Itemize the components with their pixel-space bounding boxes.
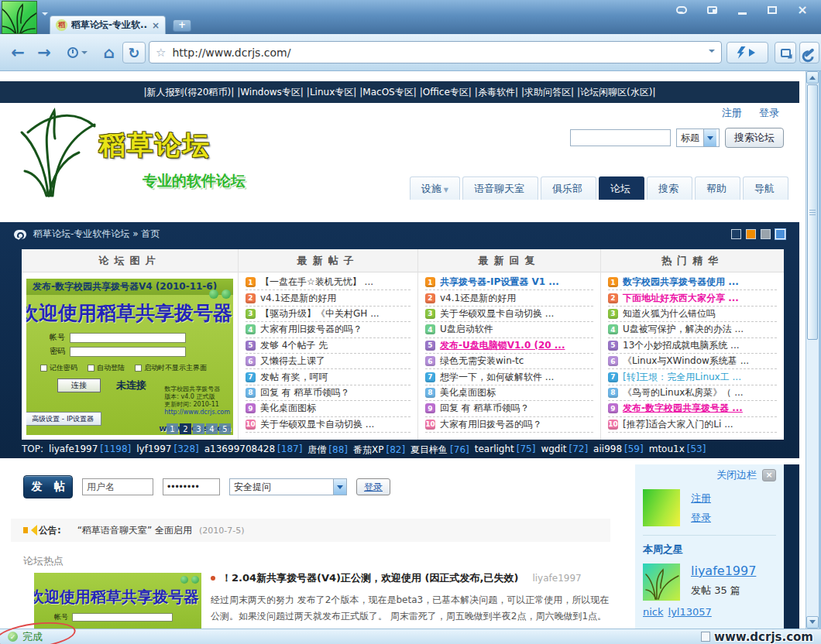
forum-nav-link[interactable]: |新人报到(得20稻币)| <box>143 86 234 99</box>
topic-link[interactable]: 回复 有 稻草币领吗？ <box>260 386 350 399</box>
site-tab[interactable]: 俱乐部 <box>541 176 596 200</box>
list-item[interactable]: 9 美化桌面图标 <box>246 401 410 416</box>
topic-link[interactable]: 《鸟哥的Linux私房菜》（ ... <box>623 386 744 399</box>
list-item[interactable]: 3 关于华硕双显卡自动切换 ... <box>425 307 593 322</box>
maximize-button[interactable] <box>763 2 781 17</box>
topic-link[interactable]: [转]王垠：完全用Linux工 ... <box>623 371 741 384</box>
topic-link[interactable]: v4.1还是新的好用 <box>440 292 516 305</box>
close-button[interactable] <box>793 2 812 17</box>
scroll-up-button[interactable] <box>806 71 819 84</box>
tools-wrench-button[interactable] <box>799 42 819 63</box>
list-item[interactable]: 7 [转]王垠：完全用Linux工 ... <box>608 369 777 385</box>
top-user-name[interactable]: 夏目梓鱼 <box>410 444 448 455</box>
home-button[interactable] <box>98 42 121 63</box>
address-bar[interactable]: http://www.dcrjs.com/ <box>149 41 722 63</box>
top-user-name[interactable]: 唐僧 <box>307 444 326 455</box>
search-forum-button[interactable]: 搜索论坛 <box>725 128 784 148</box>
top-user-score[interactable]: [1198] <box>100 444 131 454</box>
list-item[interactable]: 6 绿色无需安装win-tc <box>425 354 593 369</box>
list-item[interactable]: 6 又懒得去上课了 <box>246 354 410 369</box>
new-tab-button[interactable]: + <box>173 19 191 32</box>
site-tab[interactable]: 搜索 <box>647 176 692 200</box>
refresh-button[interactable] <box>122 42 146 63</box>
forum-image-slideshow[interactable]: 发布-数字校园共享拨号器V4 (2010-11-6) 欢迎使用稻草共享拨号器 帐… <box>26 279 233 435</box>
list-item[interactable]: 10 关于华硕双显卡自动切换 ... <box>246 417 410 433</box>
top-user-name[interactable]: a13699708428 <box>204 444 275 454</box>
topic-link[interactable]: 大家有用旧拨号器的吗？ <box>260 323 362 336</box>
topic-link[interactable]: 数字校园共享拨号器使用 ... <box>623 276 739 289</box>
list-item[interactable]: 5 发够 4个帖子 先 <box>246 338 410 354</box>
topic-link[interactable]: 知道火狐为什么错位吗 <box>623 307 716 320</box>
list-item[interactable]: 1 数字校园共享拨号器使用 ... <box>608 275 777 290</box>
top-user-score[interactable]: [59] <box>624 444 644 454</box>
sidebar-login-link[interactable]: 登录 <box>691 511 711 525</box>
list-item[interactable]: 3 知道火狐为什么错位吗 <box>608 307 777 322</box>
search-type-select[interactable]: 标题 <box>676 128 720 147</box>
list-item[interactable]: 2 v4.1还是新的好用 <box>246 290 410 306</box>
list-item[interactable]: 9 回复 有 稻草币领吗？ <box>425 401 593 416</box>
topic-link[interactable]: 关于华硕双显卡自动切换 ... <box>260 418 374 431</box>
topic-link[interactable]: 《Linux与XWindow系统基 ... <box>623 355 749 368</box>
style-swatch[interactable] <box>761 229 771 239</box>
topic-link[interactable]: 下面地址好东西大家分享 ... <box>623 292 739 305</box>
top-user-score[interactable]: [75] <box>517 444 536 454</box>
top-user-name[interactable]: liyafe1997 <box>49 444 98 454</box>
list-item[interactable]: 10 大家有用旧拨号器的吗？ <box>425 417 593 433</box>
top-user-name[interactable]: tearlight <box>475 444 514 454</box>
minimize-button[interactable] <box>733 2 751 17</box>
topic-link[interactable]: 发够 4个帖子 先 <box>260 339 328 352</box>
topic-link[interactable]: 又懒得去上课了 <box>260 355 325 368</box>
bookmark-star-icon[interactable] <box>156 45 166 60</box>
topic-link[interactable]: 回复 有 稻草币领吗？ <box>440 402 530 415</box>
slideshow-page-button[interactable]: 5 <box>219 423 231 434</box>
password-field[interactable] <box>163 478 220 495</box>
list-item[interactable]: 10 [推荐]适合大家入门的Li ... <box>608 417 777 433</box>
forum-nav-link[interactable]: |MacOS专区| <box>359 86 416 99</box>
select-caret-icon[interactable] <box>333 479 346 495</box>
top-user-score[interactable]: [82] <box>386 444 405 455</box>
hot-topic-title[interactable]: ！2.04新共享拨号器(V4)正公测，欢迎使用 (因正式发布,已失效) <box>222 571 518 585</box>
forum-nav-link[interactable]: |Windows专区| <box>237 86 304 99</box>
topic-link[interactable]: 共享拨号器-IP设置器 V1 ... <box>440 276 559 289</box>
snip-tool-button[interactable] <box>775 42 796 63</box>
top-user-score[interactable]: [72] <box>569 444 588 454</box>
list-item[interactable]: 1 【一盘在手☆装机无忧】 ... <box>246 275 410 290</box>
topic-link[interactable]: 关于华硕双显卡自动切换 ... <box>440 307 554 320</box>
topic-link[interactable]: 大家有用旧拨号器的吗？ <box>440 418 542 431</box>
hot-topic-thumbnail[interactable]: 欢迎使用稻草共享拨号器 帐号 <box>34 573 201 629</box>
topic-link[interactable]: 想学一下，如何破解软件 ... <box>440 371 554 384</box>
security-question-select[interactable]: 安全提问 <box>229 478 347 495</box>
site-tab[interactable]: 论坛 <box>599 176 644 200</box>
nick-label-link[interactable]: nick <box>643 606 664 618</box>
top-user-name[interactable]: aii998 <box>593 444 622 454</box>
site-tab[interactable]: 语音聊天室 <box>462 176 538 200</box>
slideshow-page-button[interactable]: 3 <box>193 423 204 434</box>
list-item[interactable]: 3 【驱动升级】《中关村GH ... <box>246 307 410 322</box>
list-item[interactable]: 6 《Linux与XWindow系统基 ... <box>608 354 777 369</box>
topic-link[interactable]: v4.1还是新的好用 <box>260 292 336 305</box>
list-item[interactable]: 2 v4.1还是新的好用 <box>425 290 593 306</box>
browser-tab[interactable]: 稻 稻草论坛-专业软... × <box>50 15 166 34</box>
login-button[interactable]: 登录 <box>356 478 390 495</box>
list-item[interactable]: 7 想学一下，如何破解软件 ... <box>425 369 593 385</box>
top-user-name[interactable]: wgdit <box>541 444 566 454</box>
turbo-lightning-icon[interactable] <box>737 46 746 59</box>
close-sidebar-link[interactable]: 关闭边栏 <box>716 468 757 482</box>
topic-link[interactable]: 发布-数字校园共享拨号器 ... <box>623 402 743 415</box>
topic-link[interactable]: [推荐]适合大家入门的Li ... <box>623 418 733 431</box>
topic-link[interactable]: 美化桌面图标 <box>440 386 496 399</box>
site-tab[interactable]: 帮助 <box>695 176 740 200</box>
top-user-score[interactable]: [328] <box>173 444 198 454</box>
sidebar-register-link[interactable]: 注册 <box>691 492 711 505</box>
topic-link[interactable]: 【一盘在手☆装机无忧】 ... <box>260 276 373 289</box>
close-sidebar-button[interactable]: × <box>762 469 776 481</box>
topic-link[interactable]: 13个小妙招成就电脑系统 ... <box>623 339 740 352</box>
topic-link[interactable]: 发帖 有奖，呵呵 <box>260 371 328 384</box>
hot-topic-author[interactable]: liyafe1997 <box>532 573 581 584</box>
app-logo-icon[interactable] <box>2 1 37 34</box>
search-input[interactable] <box>570 129 671 146</box>
top-user-name[interactable]: lyf1997 <box>136 444 171 454</box>
list-item[interactable]: 4 大家有用旧拨号器的吗？ <box>246 322 410 337</box>
slideshow-page-button[interactable]: 2 <box>180 423 191 434</box>
history-button[interactable] <box>62 42 93 63</box>
